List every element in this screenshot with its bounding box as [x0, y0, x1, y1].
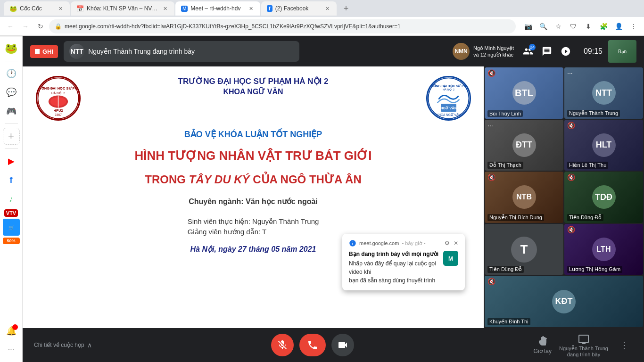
camera-btn[interactable]: 📷 [521, 20, 535, 33]
forward-btn[interactable]: → [19, 20, 32, 33]
tab-meet-close[interactable]: ✕ [247, 5, 255, 12]
participants-count: 24 [529, 44, 536, 50]
main-title-italic: TÂY DU KÝ [189, 173, 250, 186]
url-text: meet.google.com/rti-wddh-hdv?fbclid=IwAR… [65, 23, 510, 30]
meet-controls [271, 334, 354, 356]
tile1-name: Bùi Thúy Linh [487, 110, 523, 117]
main-title-line2: TRONG TÂY DU KÝ CỦA NGÔ THỪA ÂN [145, 172, 361, 188]
tab-facebook-title: (2) Facebook [275, 5, 321, 12]
chat-btn[interactable] [538, 43, 555, 60]
sidebar-divider-2 [5, 123, 18, 124]
participants-btn[interactable]: 24 [520, 43, 537, 60]
meet-info[interactable]: Chi tiết về cuộc họp ∧ [34, 341, 92, 349]
reload-btn[interactable]: ↻ [34, 20, 47, 33]
notification-settings-icon[interactable]: ⚙ [445, 240, 450, 247]
sidebar-divider-1 [5, 61, 18, 61]
date-line: Hà Nội, ngày 27 tháng 05 năm 2021 [190, 245, 316, 254]
sidebar-icon-more[interactable]: ··· [3, 341, 20, 358]
tile9-name: Khuyến Đình Thị [487, 318, 530, 325]
slide-title-center: TRƯỜNG ĐẠI HỌC SƯ PHẠM HÀ NỘI 2 KHOA NGỮ… [84, 76, 422, 96]
menu-btn[interactable]: ⋮ [627, 20, 640, 33]
sidebar-icon-facebook[interactable]: f [3, 172, 20, 189]
participant-tile-8: LTH 🔇 Lương Thị Hồng Gấm [564, 224, 643, 275]
meet-topbar: GHI NTT Nguyễn Thành Trung đang trình bà… [23, 36, 644, 66]
sidebar-icon-add[interactable]: + [3, 128, 20, 145]
tile5-name: Nguyễn Thị Bích Dung [487, 214, 544, 221]
notification-subtitle: • bây giờ • [402, 240, 425, 247]
sidebar-icon-history[interactable]: 🕐 [3, 65, 20, 82]
svg-text:HÀ NỘI 2: HÀ NỘI 2 [51, 91, 65, 95]
presenter-info: NTT Nguyễn Thành Trung đang trình bày [64, 41, 299, 62]
more-options-btn[interactable]: ⋮ [616, 337, 633, 354]
tab-meet[interactable]: M Meet – rti-wddh-hdv ✕ [175, 1, 260, 16]
end-call-btn[interactable] [299, 334, 326, 356]
star-btn[interactable]: ☆ [552, 20, 565, 33]
participant-preview: NMN Ngô Minh Nguyệt và 12 người khác [453, 43, 514, 60]
svg-text:1967: 1967 [55, 113, 62, 116]
download-btn[interactable]: ⬇ [582, 20, 595, 33]
main-title-pre: TRONG [145, 173, 189, 186]
participant-preview-name: Ngô Minh Nguyệt và 12 người khác [473, 45, 514, 58]
participant-tile-7: T Tiến Dũng Đỗ [485, 224, 563, 275]
new-tab-btn[interactable]: + [339, 2, 353, 15]
participant-tile-6: TDĐ 🔇 Tiến Dũng Đỗ [564, 172, 643, 223]
profile-btn[interactable]: 👤 [612, 20, 625, 33]
sidebar-icon-gaming[interactable]: 🎮 [3, 103, 20, 120]
extension-btn[interactable]: 🧩 [597, 20, 610, 33]
tile1-mic-icon: 🔇 [487, 69, 495, 77]
participants-sidebar: BTL 🔇 Bùi Thúy Linh NTT ··· Nguyễn Thành… [484, 66, 644, 328]
tile3-name: Đỗ Thị Thạch [487, 162, 523, 169]
notification-icons: ⚙ ✕ [445, 240, 458, 247]
mic-btn[interactable] [271, 334, 294, 356]
sidebar-icon-notification[interactable]: 🔔 [3, 322, 20, 339]
raise-hand-btn[interactable]: Giơ tay [534, 336, 552, 354]
logo-hpu2: TRƯỜNG ĐẠI HỌC SƯ PHẠM HÀ NỘI 2 HPU2 196… [36, 76, 81, 121]
tile9-mic-icon: 🔇 [487, 278, 495, 285]
svg-text:NGỮ VĂN: NGỮ VĂN [440, 106, 456, 110]
record-label: GHI [42, 48, 53, 55]
svg-text:TRƯỜNG ĐẠI HỌC SƯ PHẠM: TRƯỜNG ĐẠI HỌC SƯ PHẠM [37, 86, 79, 90]
sidebar-icon-messenger[interactable]: 💬 [3, 84, 20, 101]
tab-facebook[interactable]: f (2) Facebook ✕ [261, 1, 337, 16]
sidebar-icon-tiki[interactable]: 🛒 [3, 219, 20, 236]
major-line: Chuyên ngành: Văn học nước ngoài [189, 197, 318, 206]
lock-icon: 🔒 [55, 23, 62, 30]
record-button[interactable]: GHI [30, 45, 58, 58]
notification-popup: meet.google.com • bây giờ • ⚙ ✕ Bạn đang… [342, 234, 465, 290]
meet-info-label: Chi tiết về cuộc họp [34, 342, 84, 348]
back-btn[interactable]: ← [4, 20, 17, 33]
sidebar-icon-vtv[interactable]: VTV [4, 209, 18, 217]
notification-badge [12, 324, 18, 330]
tile3-dots-icon: ··· [487, 122, 493, 129]
search-btn[interactable]: 🔍 [537, 20, 550, 33]
tab-kltn-title: Khóa: KLTN SP Văn – NV801_ [87, 5, 158, 12]
self-thumbnail: Bạn [608, 40, 636, 63]
sidebar-icon-spotify[interactable]: ♪ [3, 190, 20, 207]
sidebar-icon-youtube[interactable]: ▶ [3, 153, 20, 170]
sidebar-icon-tiki-sale[interactable]: 50% [3, 238, 20, 244]
svg-text:TRƯỜNG ĐẠI HỌC SƯ PHẠM: TRƯỜNG ĐẠI HỌC SƯ PHẠM [428, 84, 470, 88]
participant-tile-9: KĐT 🔇 Khuyến Đình Thị [485, 276, 643, 327]
presenting-btn[interactable]: Nguyễn Thành Trung đang trình bày [559, 333, 608, 357]
camera-btn[interactable] [331, 334, 354, 356]
tab-kltn[interactable]: 📅 Khóa: KLTN SP Văn – NV801_ ✕ [71, 1, 174, 16]
svg-text:HPU2: HPU2 [53, 108, 63, 113]
sidebar-divider-3 [5, 148, 18, 149]
shield-btn[interactable]: 🛡 [567, 20, 580, 33]
tab-facebook-close[interactable]: ✕ [323, 5, 331, 12]
meet-topbar-icons: 24 [520, 43, 574, 60]
tab-kltn-close[interactable]: ✕ [161, 5, 169, 12]
meet-topbar-right: NMN Ngô Minh Nguyệt và 12 người khác 24 … [453, 40, 636, 63]
notification-close-icon[interactable]: ✕ [454, 240, 458, 247]
tile5-mic-icon: 🔇 [487, 173, 495, 181]
address-bar[interactable]: 🔒 meet.google.com/rti-wddh-hdv?fbclid=Iw… [49, 19, 516, 33]
tab-coccoc[interactable]: 🐸 Cốc Cốc ✕ [4, 1, 70, 16]
tab-coccoc-close[interactable]: ✕ [57, 5, 64, 12]
presentation-area: TRƯỜNG ĐẠI HỌC SƯ PHẠM HÀ NỘI 2 HPU2 196… [23, 66, 484, 328]
tile2-dots-icon: ··· [567, 69, 573, 77]
tile4-name: Hiền Lê Thị Thu [567, 162, 608, 169]
participant-tile-1: BTL 🔇 Bùi Thúy Linh [485, 67, 563, 119]
activities-btn[interactable] [557, 43, 574, 60]
faculty-name: KHOA NGỮ VĂN [89, 87, 418, 96]
sidebar-icon-coccoc[interactable]: 🐸 [3, 40, 20, 57]
